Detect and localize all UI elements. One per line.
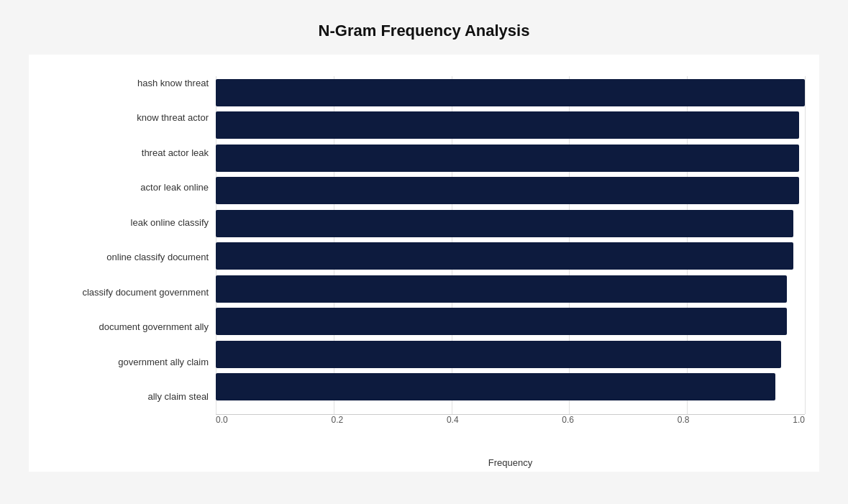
bar-row — [216, 306, 805, 336]
x-tick: 0.0 — [216, 415, 228, 425]
y-label: ally claim steal — [43, 392, 209, 401]
y-label: know threat actor — [43, 113, 209, 122]
x-tick: 0.6 — [562, 415, 574, 425]
bar-row — [216, 143, 805, 173]
x-tick: 1.0 — [793, 415, 805, 425]
chart-container: N-Gram Frequency Analysis hash know thre… — [0, 0, 848, 504]
bar-row — [216, 241, 805, 271]
y-label: hash know threat — [43, 78, 209, 88]
bar — [216, 373, 775, 400]
bars-section: 0.00.20.40.60.81.0 Frequency — [216, 65, 805, 436]
y-label: document government ally — [43, 322, 209, 331]
x-tick: 0.2 — [331, 415, 343, 425]
bar — [216, 242, 793, 270]
x-axis-label: Frequency — [488, 457, 532, 468]
bar — [216, 111, 799, 139]
bar-row — [216, 274, 805, 304]
bar-row — [216, 78, 805, 108]
x-axis: 0.00.20.40.60.81.0 — [216, 414, 805, 436]
bar-row — [216, 209, 805, 239]
bar-row — [216, 339, 805, 370]
bar-row — [216, 372, 805, 402]
bar — [216, 275, 787, 303]
x-tick: 0.4 — [447, 415, 459, 425]
y-label: actor leak online — [43, 183, 209, 192]
y-label: leak online classify — [43, 218, 209, 227]
bar — [216, 177, 799, 204]
y-label: threat actor leak — [43, 148, 209, 157]
bar — [216, 341, 781, 368]
bar — [216, 308, 787, 335]
bar — [216, 145, 799, 172]
chart-area: hash know threatknow threat actorthreat … — [29, 55, 819, 472]
bar — [216, 210, 793, 237]
bar-row — [216, 175, 805, 206]
y-axis-labels: hash know threatknow threat actorthreat … — [43, 65, 216, 436]
y-label: online classify document — [43, 252, 209, 262]
bar — [216, 79, 805, 106]
y-label: government ally claim — [43, 357, 209, 367]
bar-row — [216, 110, 805, 140]
chart-title: N-Gram Frequency Analysis — [29, 22, 819, 40]
grid-line — [805, 76, 806, 414]
y-label: classify document government — [43, 288, 209, 297]
x-tick: 0.8 — [678, 415, 690, 425]
